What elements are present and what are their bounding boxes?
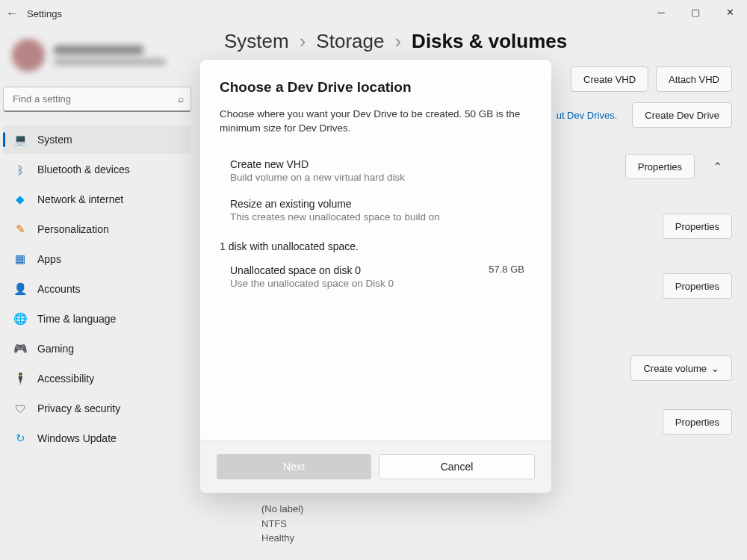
dialog-description: Choose where you want your Dev Drive to …: [220, 108, 532, 136]
unallocated-size: 57.8 GB: [489, 264, 524, 275]
next-button[interactable]: Next: [217, 454, 371, 479]
unallocated-section-header: 1 disk with unallocated space.: [220, 240, 532, 252]
dialog-title: Choose a Dev Drive location: [220, 79, 532, 96]
option-create-new-vhd[interactable]: Create new VHD Build volume on a new vir…: [220, 157, 532, 196]
dev-drive-location-dialog: Choose a Dev Drive location Choose where…: [200, 60, 551, 493]
cancel-button[interactable]: Cancel: [379, 454, 535, 479]
option-unallocated-disk-0[interactable]: Unallocated space on disk 0 Use the unal…: [220, 263, 532, 302]
dialog-footer: Next Cancel: [200, 440, 551, 493]
option-resize-volume[interactable]: Resize an existing volume This creates n…: [220, 196, 532, 236]
